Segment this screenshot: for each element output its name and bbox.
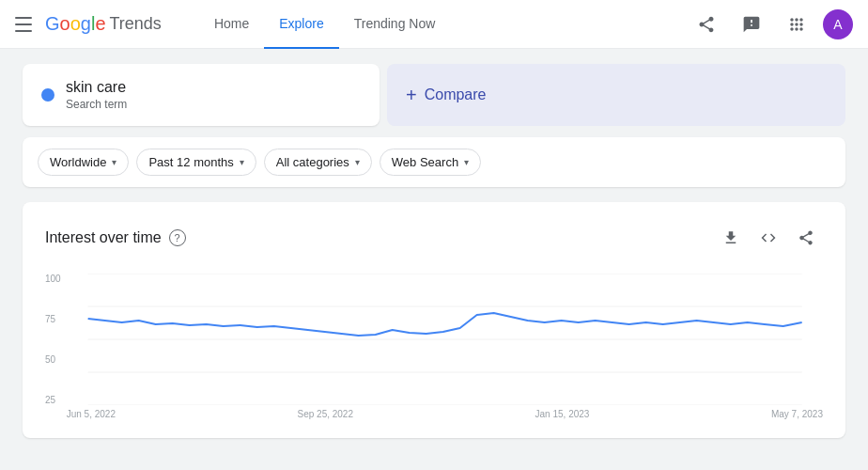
chart-title: Interest over time: [45, 229, 162, 246]
search-term-name: skin care: [66, 79, 127, 96]
header: Google Trends Home Explore Trending Now …: [0, 0, 868, 49]
account-avatar[interactable]: A: [823, 9, 853, 39]
y-label-75: 75: [45, 314, 61, 324]
filter-search-type[interactable]: Web Search ▾: [380, 149, 481, 176]
filter-time[interactable]: Past 12 months ▾: [136, 149, 256, 176]
share-button[interactable]: [688, 6, 725, 43]
nav-trending-now[interactable]: Trending Now: [339, 0, 451, 49]
menu-icon[interactable]: [15, 13, 38, 36]
filter-category-chevron: ▾: [355, 157, 360, 167]
chart-help-icon[interactable]: ?: [169, 229, 186, 246]
filter-time-chevron: ▾: [240, 157, 244, 167]
filter-category[interactable]: All categories ▾: [264, 149, 372, 176]
chart-header: Interest over time ?: [45, 221, 823, 255]
filter-geo-chevron: ▾: [112, 157, 116, 167]
chart-download-button[interactable]: [714, 221, 748, 255]
chart-plot-area: Jun 5, 2022 Sep 25, 2022 Jan 15, 2023 Ma…: [67, 274, 823, 419]
compare-plus-icon: +: [406, 85, 417, 106]
apps-button[interactable]: [778, 6, 815, 43]
search-term-type: Search term: [66, 98, 127, 111]
chart-title-group: Interest over time ?: [45, 229, 186, 246]
filter-time-label: Past 12 months: [148, 155, 233, 169]
google-logo: Google: [45, 13, 106, 35]
main-content: skin care Search term + Compare Worldwid…: [0, 49, 868, 453]
chart-embed-button[interactable]: [752, 221, 785, 255]
main-nav: Home Explore Trending Now: [199, 0, 450, 49]
x-label-1: Sep 25, 2022: [298, 409, 354, 419]
nav-explore[interactable]: Explore: [264, 0, 338, 49]
header-right: A: [688, 6, 853, 43]
search-area: skin care Search term + Compare: [23, 64, 845, 126]
compare-box[interactable]: + Compare: [387, 64, 845, 126]
logo[interactable]: Google Trends: [45, 13, 162, 35]
chart-area-wrapper: 100 75 50 25 Jun 5, 2022: [45, 274, 823, 419]
nav-home[interactable]: Home: [199, 0, 264, 49]
y-label-50: 50: [45, 354, 61, 365]
chart-svg: [67, 274, 823, 405]
filter-category-label: All categories: [276, 155, 349, 169]
x-label-2: Jan 15, 2023: [535, 409, 590, 419]
x-axis-labels: Jun 5, 2022 Sep 25, 2022 Jan 15, 2023 Ma…: [67, 405, 823, 419]
chart-share-button[interactable]: [789, 221, 823, 255]
x-label-3: May 7, 2023: [771, 409, 823, 419]
trends-wordmark: Trends: [110, 14, 162, 34]
search-text-group: skin care Search term: [66, 79, 127, 111]
filter-search-type-label: Web Search: [392, 155, 458, 169]
term-indicator-dot: [41, 88, 54, 102]
y-axis-labels: 100 75 50 25: [45, 274, 67, 405]
filter-geo[interactable]: Worldwide ▾: [38, 149, 129, 176]
chart-actions: [714, 221, 823, 255]
filters-bar: Worldwide ▾ Past 12 months ▾ All categor…: [23, 137, 845, 187]
filter-geo-label: Worldwide: [50, 155, 106, 169]
header-left: Google Trends Home Explore Trending Now: [15, 0, 450, 49]
feedback-button[interactable]: [733, 6, 770, 43]
y-label-25: 25: [45, 395, 61, 405]
search-term-box: skin care Search term: [23, 64, 380, 126]
chart-card: Interest over time ? 100 75 50: [23, 202, 845, 438]
filter-search-type-chevron: ▾: [464, 157, 469, 167]
x-label-0: Jun 5, 2022: [67, 409, 116, 419]
compare-label: Compare: [425, 86, 487, 103]
y-label-100: 100: [45, 274, 61, 284]
